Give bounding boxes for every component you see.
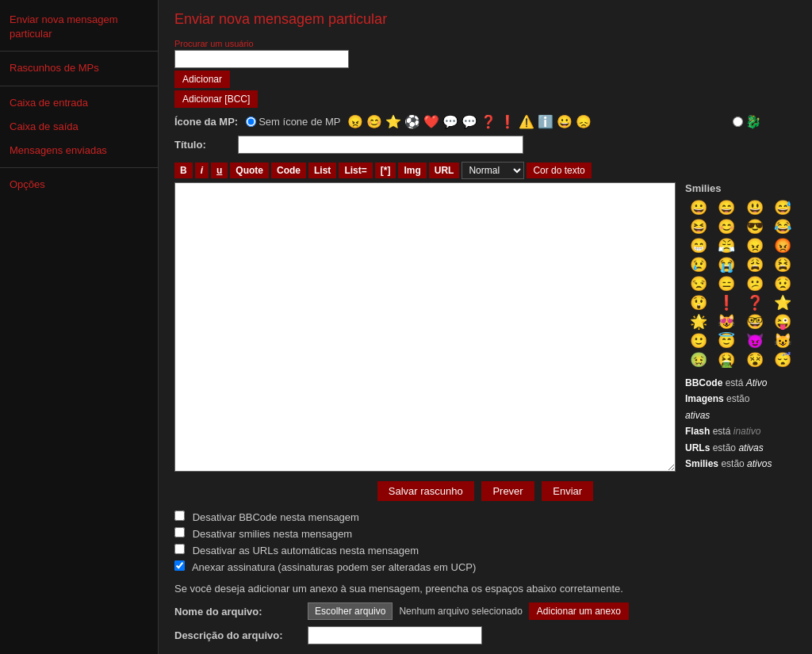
add-bcc-button[interactable]: Adicionar [BCC] (174, 90, 258, 108)
icon-1[interactable]: 😠 (347, 114, 363, 129)
smilie-26[interactable]: 😻 (714, 313, 741, 331)
images-value: ativas (685, 410, 710, 421)
urls-status-text: estão (713, 442, 736, 453)
attach-sig-label[interactable]: Anexar assinatura (assinaturas podem ser… (174, 560, 796, 573)
smilie-19[interactable]: 😕 (741, 275, 768, 293)
smilie-23[interactable]: ❓ (741, 294, 768, 312)
font-size-select[interactable]: Normal Pequeno Médio Grande (462, 162, 524, 179)
color-button[interactable]: Cor do texto (527, 163, 591, 178)
icon-14-radio[interactable]: 🐉 (733, 114, 761, 129)
smilie-21[interactable]: 😲 (685, 294, 712, 312)
smilie-9[interactable]: 😁 (685, 237, 712, 254)
toolbar: B i u Quote Code List List= [*] Img URL … (174, 162, 796, 179)
url-button[interactable]: URL (429, 163, 460, 178)
sidebar-item-new-pm[interactable]: Enviar nova mensagem particular (0, 8, 158, 46)
smilie-2[interactable]: 😄 (714, 199, 741, 216)
icon-2[interactable]: 😊 (366, 114, 382, 129)
send-button[interactable]: Enviar (542, 481, 593, 501)
smilie-17[interactable]: 😒 (685, 275, 712, 293)
smilie-4[interactable]: 😅 (770, 199, 797, 216)
smilie-28[interactable]: 😜 (770, 313, 797, 331)
title-input[interactable] (238, 136, 523, 154)
smilie-12[interactable]: 😡 (770, 237, 797, 254)
sidebar-item-sent[interactable]: Mensagens enviadas (0, 139, 158, 163)
disable-smilies-label[interactable]: Desativar smilies nesta mensagem (174, 527, 796, 540)
icon-13[interactable]: 😞 (576, 114, 592, 129)
smilie-36[interactable]: 😴 (770, 351, 797, 369)
disable-urls-checkbox[interactable] (174, 544, 185, 554)
urls-value: ativas (738, 442, 763, 453)
smilie-15[interactable]: 😩 (741, 256, 768, 273)
smilie-27[interactable]: 🤓 (741, 313, 768, 331)
smilie-13[interactable]: 😢 (685, 256, 712, 273)
preview-button[interactable]: Prever (481, 481, 534, 501)
icon-3[interactable]: ⭐ (385, 114, 401, 129)
bold-button[interactable]: B (174, 163, 193, 178)
smilie-20[interactable]: 😟 (770, 275, 797, 293)
smilie-14[interactable]: 😭 (714, 256, 741, 273)
smilies-value: ativos (747, 458, 772, 469)
smilie-29[interactable]: 🙂 (685, 332, 712, 350)
description-input[interactable] (308, 626, 482, 644)
smilies-status-label: Smilies (685, 458, 718, 469)
sidebar-item-outbox[interactable]: Caixa de saída (0, 115, 158, 139)
smilie-25[interactable]: 🌟 (685, 313, 712, 331)
smilie-22[interactable]: ❗ (714, 294, 741, 312)
img-button[interactable]: Img (398, 163, 426, 178)
smilie-18[interactable]: 😑 (714, 275, 741, 293)
italic-button[interactable]: i (195, 163, 209, 178)
icon-10[interactable]: ⚠️ (519, 114, 534, 129)
smilie-32[interactable]: 😺 (770, 332, 797, 350)
no-icon-radio[interactable]: Sem ícone de MP (246, 116, 340, 128)
icon-7[interactable]: 💬 (462, 114, 477, 129)
smilie-34[interactable]: 🤮 (714, 351, 741, 369)
smilie-6[interactable]: 😊 (714, 218, 741, 235)
to-input[interactable] (174, 50, 349, 68)
page-title: Enviar nova mensagem particular (174, 11, 796, 28)
icon-6[interactable]: 💬 (442, 114, 458, 129)
smilie-10[interactable]: 😤 (714, 237, 741, 254)
underline-button[interactable]: u (211, 163, 228, 178)
sidebar-item-options[interactable]: Opções (0, 173, 158, 197)
sidebar-item-drafts[interactable]: Rascunhos de MPs (0, 56, 158, 80)
disable-bbcode-checkbox[interactable] (174, 511, 185, 521)
smilie-30[interactable]: 😇 (714, 332, 741, 350)
save-draft-button[interactable]: Salvar rascunho (377, 481, 474, 501)
no-file-text: Nenhum arquivo selecionado (399, 606, 522, 617)
icon-14[interactable]: 🐉 (745, 114, 761, 129)
list-button[interactable]: List (308, 163, 336, 178)
disable-smilies-checkbox[interactable] (174, 527, 185, 537)
quote-button[interactable]: Quote (230, 163, 269, 178)
smilie-11[interactable]: 😠 (741, 237, 768, 254)
icon-11[interactable]: ℹ️ (538, 114, 553, 129)
icon-12[interactable]: 😀 (557, 114, 573, 129)
attach-sig-checkbox[interactable] (174, 560, 185, 571)
smilie-1[interactable]: 😀 (685, 199, 712, 216)
smilie-24[interactable]: ⭐ (770, 294, 797, 312)
choose-file-button[interactable]: Escolher arquivo (308, 602, 393, 620)
code-button[interactable]: Code (271, 163, 306, 178)
sidebar-item-inbox[interactable]: Caixa de entrada (0, 91, 158, 115)
icon-9[interactable]: ❗ (500, 114, 515, 129)
add-attach-button[interactable]: Adicionar um anexo (529, 602, 629, 620)
smilie-7[interactable]: 😎 (741, 218, 768, 235)
bbcode-status-text: está (726, 377, 744, 388)
icon-5[interactable]: ❤️ (423, 114, 439, 129)
list-ordered-button[interactable]: List= (339, 163, 372, 178)
icon-8[interactable]: ❓ (481, 114, 496, 129)
message-textarea[interactable] (174, 182, 676, 472)
disable-bbcode-label[interactable]: Desativar BBCode nesta mensagem (174, 511, 796, 523)
smilie-5[interactable]: 😆 (685, 218, 712, 235)
smilie-33[interactable]: 🤢 (685, 351, 712, 369)
smilie-31[interactable]: 😈 (741, 332, 768, 350)
disable-urls-label[interactable]: Desativar as URLs automáticas nesta mens… (174, 544, 796, 556)
smilie-8[interactable]: 😂 (770, 218, 797, 235)
icon-4[interactable]: ⚽ (404, 114, 420, 129)
list-item-button[interactable]: [*] (375, 163, 396, 178)
description-row: Descrição do arquivo: (174, 626, 796, 644)
smilie-3[interactable]: 😃 (741, 199, 768, 216)
smilie-35[interactable]: 😵 (741, 351, 768, 369)
flash-label: Flash (685, 426, 710, 437)
smilie-16[interactable]: 😫 (770, 256, 797, 273)
add-button[interactable]: Adicionar (174, 71, 230, 88)
